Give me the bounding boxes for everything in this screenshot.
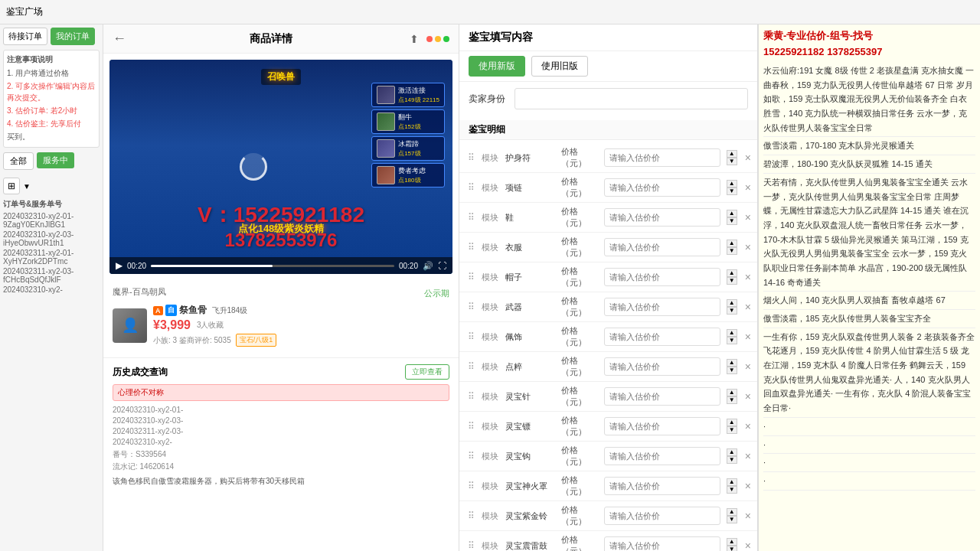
current-time: 00:20	[127, 262, 146, 270]
step-up-8[interactable]: ▲	[727, 389, 737, 396]
price-input-10[interactable]	[604, 447, 720, 465]
step-up-1[interactable]: ▲	[727, 180, 737, 187]
drag-handle-0[interactable]: ⠿	[466, 152, 477, 163]
fullscreen-icon[interactable]: ⛶	[438, 261, 446, 270]
progress-bar[interactable]	[151, 265, 394, 267]
del-btn-7[interactable]: ×	[745, 360, 751, 373]
item-number: 番号：S339564	[113, 449, 449, 460]
step-up-0[interactable]: ▲	[727, 150, 737, 158]
drag-handle-6[interactable]: ⠿	[466, 331, 477, 342]
drag-handle-2[interactable]: ⠿	[466, 212, 477, 223]
drag-handle-13[interactable]: ⠿	[466, 540, 477, 551]
price-input-2[interactable]	[604, 208, 720, 227]
btn-service[interactable]: 服务中	[37, 152, 74, 168]
step-down-10[interactable]: ▼	[727, 456, 737, 464]
price-input-12[interactable]	[604, 507, 720, 525]
price-label-2: 价格（元）	[561, 206, 599, 229]
step-up-4[interactable]: ▲	[727, 269, 737, 277]
step-down-0[interactable]: ▼	[727, 158, 737, 165]
grid-icon[interactable]: ⊞	[3, 178, 20, 194]
del-btn-9[interactable]: ×	[745, 420, 751, 432]
back-button[interactable]: ←	[113, 31, 126, 47]
drag-handle-7[interactable]: ⠿	[466, 361, 477, 372]
price-input-6[interactable]	[604, 328, 720, 346]
del-btn-6[interactable]: ×	[745, 331, 751, 343]
del-btn-12[interactable]: ×	[745, 510, 751, 522]
price-input-1[interactable]	[604, 178, 720, 197]
drag-handle-12[interactable]: ⠿	[466, 510, 477, 521]
module-row-3: ⠿ 模块 衣服 价格（元） ▲ ▼ ×	[459, 233, 757, 262]
step-down-1[interactable]: ▼	[727, 187, 737, 195]
tab-pending-orders[interactable]: 待接订单	[3, 28, 47, 45]
del-btn-10[interactable]: ×	[745, 450, 751, 462]
price-input-7[interactable]	[604, 357, 720, 376]
step-down-2[interactable]: ▼	[727, 217, 737, 225]
drag-handle-3[interactable]: ⠿	[466, 242, 477, 253]
drag-handle-4[interactable]: ⠿	[466, 272, 477, 282]
chevron-down-icon[interactable]: ▼	[23, 182, 31, 191]
order-section-title: 订单号&服务单号	[3, 199, 100, 210]
drag-handle-9[interactable]: ⠿	[466, 421, 477, 432]
del-btn-1[interactable]: ×	[745, 181, 751, 194]
step-up-2[interactable]: ▲	[727, 210, 737, 217]
tab-new[interactable]: 使用新版	[469, 56, 525, 77]
step-up-3[interactable]: ▲	[727, 240, 737, 247]
appraise-tabs: 使用新版 使用旧版	[459, 51, 757, 82]
del-btn-8[interactable]: ×	[745, 390, 751, 403]
volume-icon[interactable]: 🔊	[423, 261, 433, 271]
del-btn-11[interactable]: ×	[745, 480, 751, 492]
step-down-12[interactable]: ▼	[727, 516, 737, 523]
drag-handle-10[interactable]: ⠿	[466, 451, 477, 461]
share-icon[interactable]: ⬆	[410, 33, 419, 45]
step-down-7[interactable]: ▼	[727, 367, 737, 374]
del-btn-13[interactable]: ×	[745, 540, 751, 551]
step-down-3[interactable]: ▼	[727, 247, 737, 255]
step-up-12[interactable]: ▲	[727, 508, 737, 516]
step-up-7[interactable]: ▲	[727, 359, 737, 367]
price-input-0[interactable]	[604, 148, 720, 167]
price-input-9[interactable]	[604, 417, 720, 435]
del-btn-0[interactable]: ×	[745, 152, 751, 164]
price-input-3[interactable]	[604, 238, 720, 256]
del-btn-2[interactable]: ×	[745, 211, 751, 223]
step-up-13[interactable]: ▲	[727, 538, 737, 546]
btn-all[interactable]: 全部	[3, 152, 34, 170]
drag-handle-11[interactable]: ⠿	[466, 481, 477, 491]
price-input-5[interactable]	[604, 298, 720, 316]
history-check-button[interactable]: 立即查看	[405, 364, 449, 380]
del-btn-3[interactable]: ×	[745, 241, 751, 253]
step-up-10[interactable]: ▲	[727, 448, 737, 456]
step-up-6[interactable]: ▲	[727, 329, 737, 337]
step-down-6[interactable]: ▼	[727, 337, 737, 344]
module-type-2: 模块	[482, 212, 501, 223]
play-button[interactable]: ▶	[116, 260, 122, 271]
step-down-11[interactable]: ▼	[727, 486, 737, 494]
seller-identity-form: 卖家身份	[459, 82, 757, 120]
history-header: 历史成交查询 立即查看	[113, 364, 449, 380]
public-label[interactable]: 公示期	[424, 288, 449, 299]
step-up-5[interactable]: ▲	[727, 299, 737, 307]
price-input-4[interactable]	[604, 268, 720, 286]
step-down-5[interactable]: ▼	[727, 307, 737, 315]
price-input-8[interactable]	[604, 387, 720, 406]
seller-identity-input[interactable]	[514, 88, 748, 109]
tab-my-orders[interactable]: 我的订单	[51, 28, 95, 45]
step-up-11[interactable]: ▲	[727, 478, 737, 486]
step-down-9[interactable]: ▼	[727, 426, 737, 434]
drag-handle-5[interactable]: ⠿	[466, 302, 477, 312]
del-btn-4[interactable]: ×	[745, 271, 751, 283]
module-row-0: ⠿ 模块 护身符 价格（元） ▲ ▼ ×	[459, 143, 757, 173]
step-up-9[interactable]: ▲	[727, 419, 737, 426]
cert-badge[interactable]: 宝石/八级1	[236, 334, 277, 347]
price-input-13[interactable]	[604, 536, 720, 551]
drag-handle-1[interactable]: ⠿	[466, 182, 477, 193]
step-down-13[interactable]: ▼	[727, 546, 737, 551]
drag-handle-8[interactable]: ⠿	[466, 391, 477, 402]
del-btn-5[interactable]: ×	[745, 301, 751, 313]
fr-item-7: ·	[763, 418, 975, 436]
order-row-0: 2024032310-xy2-01-	[113, 406, 449, 414]
step-down-4[interactable]: ▼	[727, 277, 737, 285]
price-input-11[interactable]	[604, 477, 720, 495]
step-down-8[interactable]: ▼	[727, 396, 737, 404]
tab-old[interactable]: 使用旧版	[531, 56, 588, 77]
